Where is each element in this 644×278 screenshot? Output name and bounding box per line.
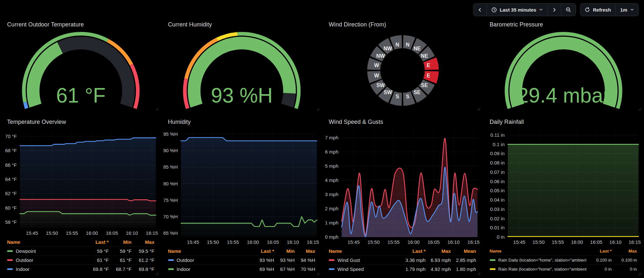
legend-header: NameLast *Max bbox=[490, 247, 637, 255]
panel-title: Wind Direction (From) bbox=[324, 18, 481, 29]
zoom-out-button[interactable] bbox=[561, 3, 576, 16]
compass-direction-label: NW bbox=[384, 46, 393, 51]
svg-text:15:45: 15:45 bbox=[513, 239, 526, 245]
svg-text:15:50: 15:50 bbox=[207, 239, 219, 245]
compass-direction-label: SE bbox=[414, 90, 421, 95]
legend-column-header[interactable]: Last * bbox=[253, 249, 274, 253]
svg-text:0.05 in: 0.05 in bbox=[490, 188, 504, 193]
svg-text:0.01 in: 0.01 in bbox=[490, 225, 504, 230]
svg-text:0.06 in: 0.06 in bbox=[490, 179, 504, 184]
svg-text:5 mph: 5 mph bbox=[325, 163, 338, 169]
legend-row: Rain Daily {location="home", station="am… bbox=[490, 255, 637, 264]
legend-header: NameLast *MaxMean bbox=[329, 247, 476, 255]
svg-text:0.09 in: 0.09 in bbox=[490, 151, 504, 156]
legend-column-header[interactable]: Max bbox=[295, 249, 315, 253]
svg-text:85 %H: 85 %H bbox=[164, 164, 178, 170]
compass-direction-label: S bbox=[396, 94, 399, 99]
legend-value: 0.100 in bbox=[612, 258, 637, 263]
panel-title: Barometric Pressure bbox=[485, 18, 642, 29]
temperature-overview-chart[interactable]: 58 °F60 °F62 °F64 °F66 °F68 °F70 °F15:45… bbox=[3, 126, 159, 238]
legend-column-header[interactable]: Last * bbox=[586, 249, 611, 253]
legend-row: Outdoor93 %H93 %H94 %H bbox=[168, 255, 316, 264]
legend-series-label[interactable]: Dewpoint bbox=[16, 249, 36, 253]
legend-value: 2.85 mph bbox=[451, 258, 476, 263]
panel-title: Current Humidity bbox=[164, 18, 320, 29]
svg-text:16:10: 16:10 bbox=[287, 239, 299, 245]
legend-series-label[interactable]: Indoor bbox=[177, 267, 191, 272]
legend-series-label[interactable]: Rain Daily {location="home", station="am… bbox=[498, 258, 587, 263]
legend-value: 61 °F bbox=[109, 258, 131, 263]
svg-text:0 mph: 0 mph bbox=[325, 234, 338, 240]
panel-title: Humidity bbox=[164, 115, 320, 126]
legend-column-header[interactable]: Mean bbox=[451, 249, 476, 253]
legend-series-marker bbox=[329, 268, 335, 270]
legend-column-name[interactable]: Name bbox=[168, 249, 254, 253]
legend-column-header[interactable]: Last * bbox=[86, 240, 109, 244]
legend-column-name[interactable]: Name bbox=[7, 240, 86, 244]
svg-text:0.11 in: 0.11 in bbox=[490, 132, 505, 138]
gauge-humidity: 93 %H bbox=[164, 29, 320, 111]
compass-direction-label: NE bbox=[421, 53, 428, 59]
y-axis-labels: 65 %H70 %H75 %H80 %H85 %H90 %H95 %H bbox=[164, 131, 178, 235]
legend-value: 4.92 mph bbox=[426, 267, 451, 272]
panel-wind-speed-gusts: Wind Speed & Gusts 0 mph1 mph2 mph3 mph4… bbox=[324, 115, 481, 275]
legend-column-header[interactable]: Last * bbox=[400, 249, 425, 253]
svg-text:16:00: 16:00 bbox=[408, 239, 420, 245]
legend-series-label[interactable]: Outdoor bbox=[16, 258, 33, 263]
compass-direction-label: SW bbox=[376, 83, 385, 88]
svg-text:16:05: 16:05 bbox=[106, 230, 118, 236]
svg-text:7 mph: 7 mph bbox=[325, 135, 338, 140]
legend-column-header[interactable]: Min bbox=[109, 240, 131, 244]
legend-series-label[interactable]: Outdoor bbox=[177, 258, 194, 263]
legend-column-header[interactable]: Max bbox=[131, 240, 154, 244]
svg-text:95 %H: 95 %H bbox=[164, 131, 178, 137]
legend-column-header[interactable]: Max bbox=[612, 249, 637, 253]
chevron-down-icon bbox=[539, 8, 543, 12]
legend-series-marker bbox=[7, 259, 13, 261]
humidity-chart[interactable]: 65 %H70 %H75 %H80 %H85 %H90 %H95 %H15:45… bbox=[164, 126, 320, 247]
gauge-outdoor-temperature: 61 °F bbox=[3, 29, 159, 111]
svg-text:16:15: 16:15 bbox=[146, 230, 158, 236]
refresh-label: Refresh bbox=[593, 7, 611, 13]
svg-text:3 mph: 3 mph bbox=[325, 192, 338, 197]
svg-text:15:55: 15:55 bbox=[552, 239, 564, 245]
legend-value: 68.7 °F bbox=[109, 267, 131, 272]
time-shift-forward-button[interactable] bbox=[547, 3, 561, 16]
legend-series-marker bbox=[168, 268, 174, 270]
time-range-picker[interactable]: Last 35 minutes bbox=[487, 3, 548, 16]
zoom-out-icon bbox=[566, 7, 571, 13]
svg-text:16:00: 16:00 bbox=[247, 239, 259, 245]
compass-direction-label: W bbox=[374, 73, 379, 78]
legend-value: 59 °F bbox=[86, 249, 109, 253]
gauge-value-text: 29.4 mbar bbox=[517, 84, 610, 107]
legend-series-label[interactable]: Indoor bbox=[16, 267, 30, 272]
legend-value: 59.5 °F bbox=[131, 249, 154, 253]
svg-text:70 °F: 70 °F bbox=[5, 134, 17, 139]
legend-series-label[interactable]: Wind Gust bbox=[337, 258, 360, 263]
time-shift-back-button[interactable] bbox=[473, 3, 487, 16]
legend-value: 1.80 mph bbox=[451, 267, 476, 272]
svg-text:64 °F: 64 °F bbox=[5, 176, 17, 182]
svg-text:16:15: 16:15 bbox=[468, 239, 480, 245]
legend-column-name[interactable]: Name bbox=[490, 249, 587, 253]
chart-legend: NameLast *MaxRain Daily {location="home"… bbox=[485, 247, 642, 275]
wind-speed-gusts-chart[interactable]: 0 mph1 mph2 mph3 mph4 mph5 mph6 mph7 mph… bbox=[324, 126, 481, 247]
refresh-interval-picker[interactable]: 1m bbox=[615, 3, 639, 16]
daily-rainfall-chart[interactable]: 0 in0.01 in0.02 in0.03 in0.04 in0.05 in0… bbox=[485, 126, 642, 247]
refresh-icon bbox=[585, 7, 590, 12]
legend-column-header[interactable]: Min bbox=[274, 249, 295, 253]
svg-text:4 mph: 4 mph bbox=[325, 177, 338, 183]
legend-row: Wind Gust3.36 mph6.93 mph2.85 mph bbox=[329, 255, 476, 264]
legend-column-header[interactable]: Max bbox=[426, 249, 451, 253]
chevron-left-icon bbox=[478, 8, 482, 12]
legend-series-marker bbox=[329, 259, 335, 261]
legend-series-label[interactable]: Rain Rate {location="home", station="amb… bbox=[498, 267, 587, 272]
legend-column-name[interactable]: Name bbox=[329, 249, 400, 253]
svg-text:68 °F: 68 °F bbox=[5, 148, 17, 153]
refresh-button[interactable]: Refresh bbox=[580, 3, 616, 16]
compass-direction-label: E bbox=[427, 73, 430, 78]
x-axis-labels: 15:4515:5015:5516:0016:0516:1016:15 bbox=[513, 239, 641, 245]
legend-series-label[interactable]: Wind Speed bbox=[337, 267, 364, 272]
gauge-value-text: 61 °F bbox=[56, 84, 106, 107]
svg-text:15:55: 15:55 bbox=[388, 239, 400, 245]
